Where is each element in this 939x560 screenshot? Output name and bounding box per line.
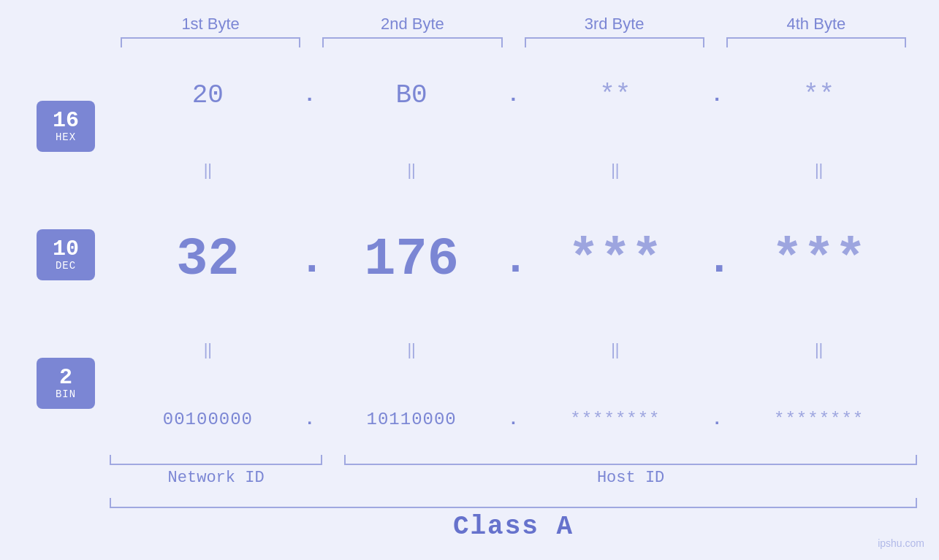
byte-header-2: 2nd Byte xyxy=(311,15,513,34)
dec-dot-1: . xyxy=(299,235,321,285)
hex-dot-1: . xyxy=(299,84,321,107)
eq-3: || xyxy=(525,161,707,180)
eq-4: || xyxy=(728,161,910,180)
bin-byte-3: ******** xyxy=(525,410,707,429)
hex-byte-1: 20 xyxy=(117,80,299,110)
dec-byte-2: 176 xyxy=(321,230,503,290)
dec-dot-2: . xyxy=(503,235,525,285)
class-bracket xyxy=(110,498,917,508)
host-bracket xyxy=(344,455,917,465)
host-id-label: Host ID xyxy=(344,469,917,487)
id-brackets-row xyxy=(110,455,917,465)
byte-headers: 1st Byte 2nd Byte 3rd Byte 4th Byte xyxy=(0,15,939,34)
eq-5: || xyxy=(117,340,299,359)
main-container: 1st Byte 2nd Byte 3rd Byte 4th Byte 16 H… xyxy=(0,0,939,560)
hex-label: HEX xyxy=(56,131,76,143)
bin-dot-3: . xyxy=(706,410,728,429)
eq-8: || xyxy=(728,340,910,359)
bin-byte-4: ******** xyxy=(728,410,910,429)
network-id-label: Network ID xyxy=(110,469,322,487)
bin-byte-2: 10110000 xyxy=(321,410,503,429)
class-label-row: Class A xyxy=(110,512,917,542)
hex-byte-2: B0 xyxy=(321,80,503,110)
dec-dot-3: . xyxy=(706,235,728,285)
bracket-4 xyxy=(726,37,906,47)
byte-header-4: 4th Byte xyxy=(715,15,917,34)
hex-dot-3: . xyxy=(706,84,728,107)
dec-byte-3: *** xyxy=(525,230,707,290)
bottom-section: Network ID Host ID Class A xyxy=(0,455,939,553)
equals-row-2: || || || || xyxy=(110,340,917,359)
bin-label: BIN xyxy=(56,388,76,400)
equals-row-1: || || || || xyxy=(110,161,917,180)
watermark: ipshu.com xyxy=(878,537,924,549)
dec-row: 32 . 176 . *** . *** xyxy=(110,230,917,290)
dec-label: DEC xyxy=(56,260,76,272)
values-grid: 20 . B0 . ** . ** || || || || 32 xyxy=(110,55,917,455)
id-labels-row: Network ID Host ID xyxy=(110,469,917,487)
main-content: 16 HEX 10 DEC 2 BIN 20 . B0 . ** . ** xyxy=(0,55,939,455)
byte-header-3: 3rd Byte xyxy=(514,15,715,34)
hex-byte-3: ** xyxy=(525,80,707,110)
dec-byte-4: *** xyxy=(728,230,910,290)
byte-header-1: 1st Byte xyxy=(110,15,311,34)
dec-badge: 10 DEC xyxy=(37,229,95,280)
dec-byte-1: 32 xyxy=(117,230,299,290)
eq-1: || xyxy=(117,161,299,180)
base-labels: 16 HEX 10 DEC 2 BIN xyxy=(22,55,110,455)
bin-row: 00100000 . 10110000 . ******** . *******… xyxy=(110,410,917,429)
hex-byte-4: ** xyxy=(728,80,910,110)
bracket-2 xyxy=(322,37,502,47)
hex-row: 20 . B0 . ** . ** xyxy=(110,80,917,110)
dec-num: 10 xyxy=(53,238,79,260)
network-bracket xyxy=(110,455,322,465)
eq-6: || xyxy=(321,340,503,359)
class-label: Class A xyxy=(453,512,574,542)
eq-2: || xyxy=(321,161,503,180)
class-bracket-row xyxy=(110,498,917,508)
bracket-3 xyxy=(525,37,704,47)
eq-7: || xyxy=(525,340,707,359)
top-bracket-row xyxy=(0,37,939,47)
hex-dot-2: . xyxy=(503,84,525,107)
hex-badge: 16 HEX xyxy=(37,101,95,152)
bin-dot-1: . xyxy=(299,410,321,429)
bracket-1 xyxy=(121,37,300,47)
bin-dot-2: . xyxy=(503,410,525,429)
bin-num: 2 xyxy=(59,367,72,388)
bin-byte-1: 00100000 xyxy=(117,410,299,429)
bin-badge: 2 BIN xyxy=(37,358,95,409)
hex-num: 16 xyxy=(53,110,79,131)
